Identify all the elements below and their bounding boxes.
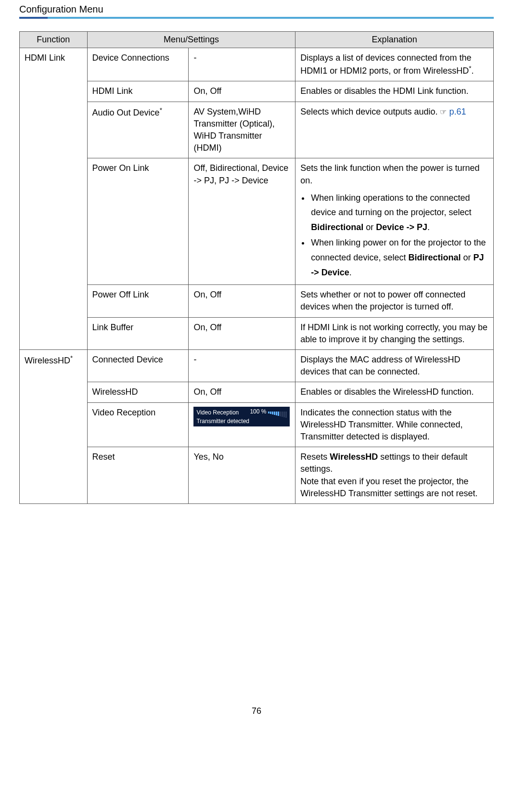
menu-cell: Audio Out Device*	[87, 102, 189, 158]
menu-cell: WirelessHD	[87, 382, 189, 402]
function-cell: HDMI Link	[20, 48, 88, 350]
list-item: When linking power on for the projector …	[310, 235, 488, 280]
menu-cell: HDMI Link	[87, 81, 189, 102]
page-number: 76	[19, 706, 494, 716]
explanation-bullets: When linking operations to the connected…	[300, 191, 488, 280]
menu-cell: Device Connections	[87, 48, 189, 81]
settings-cell: -	[189, 350, 295, 382]
table-row: HDMI LinkOn, OffEnables or disables the …	[20, 81, 494, 102]
settings-cell: Video Reception100 %Transmitter detected	[189, 402, 295, 447]
page-title: Configuration Menu	[19, 0, 494, 19]
explanation-cell: Sets whether or not to power off connect…	[295, 285, 494, 317]
settings-cell: On, Off	[189, 317, 295, 349]
explanation-cell: Resets WirelessHD settings to their defa…	[295, 447, 494, 504]
table-row: WirelessHD*Connected Device-Displays the…	[20, 350, 494, 382]
explanation-cell: Enables or disables the HDMI Link functi…	[295, 81, 494, 102]
function-cell: WirelessHD*	[20, 350, 88, 504]
menu-cell: Reset	[87, 447, 189, 504]
table-row: HDMI LinkDevice Connections-Displays a l…	[20, 48, 494, 81]
pointer-icon: ☞	[440, 108, 447, 116]
menu-cell: Video Reception	[87, 402, 189, 447]
settings-cell: On, Off	[189, 382, 295, 402]
explanation-cell: Displays the MAC address of WirelessHD d…	[295, 350, 494, 382]
settings-cell: Yes, No	[189, 447, 295, 504]
menu-cell: Connected Device	[87, 350, 189, 382]
header-function: Function	[20, 32, 88, 48]
explanation-cell: Sets the link function when the power is…	[295, 158, 494, 285]
menu-cell: Power Off Link	[87, 285, 189, 317]
table-row: Power On LinkOff, Bidirectional, Device …	[20, 158, 494, 285]
explanation-cell: Indicates the connection status with the…	[295, 402, 494, 447]
table-row: Audio Out Device*AV System,WiHD Transmit…	[20, 102, 494, 158]
table-row: ResetYes, NoResets WirelessHD settings t…	[20, 447, 494, 504]
table-row: WirelessHDOn, OffEnables or disables the…	[20, 382, 494, 402]
list-item: When linking operations to the connected…	[310, 191, 488, 235]
table-row: Link BufferOn, OffIf HDMI Link is not wo…	[20, 317, 494, 349]
explanation-cell: If HDMI Link is not working correctly, y…	[295, 317, 494, 349]
explanation-cell: Selects which device outputs audio. ☞ p.…	[295, 102, 494, 158]
table-row: Power Off LinkOn, OffSets whether or not…	[20, 285, 494, 317]
settings-cell: Off, Bidirectional, Device -> PJ, PJ -> …	[189, 158, 295, 285]
table-header-row: Function Menu/Settings Explanation	[20, 32, 494, 48]
explanation-cell: Displays a list of devices connected fro…	[295, 48, 494, 81]
explanation-cell: Enables or disables the WirelessHD funct…	[295, 382, 494, 402]
menu-cell: Power On Link	[87, 158, 189, 285]
settings-cell: -	[189, 48, 295, 81]
signal-bar-icon	[268, 412, 287, 418]
settings-cell: On, Off	[189, 81, 295, 102]
config-table: Function Menu/Settings Explanation HDMI …	[19, 31, 494, 504]
settings-cell: AV System,WiHD Transmitter (Optical), Wi…	[189, 102, 295, 158]
video-reception-widget: Video Reception100 %Transmitter detected	[193, 407, 290, 427]
settings-cell: On, Off	[189, 285, 295, 317]
page-link[interactable]: p.61	[449, 107, 466, 116]
header-explanation: Explanation	[295, 32, 494, 48]
table-row: Video ReceptionVideo Reception100 %Trans…	[20, 402, 494, 447]
header-menu-settings: Menu/Settings	[87, 32, 295, 48]
menu-cell: Link Buffer	[87, 317, 189, 349]
